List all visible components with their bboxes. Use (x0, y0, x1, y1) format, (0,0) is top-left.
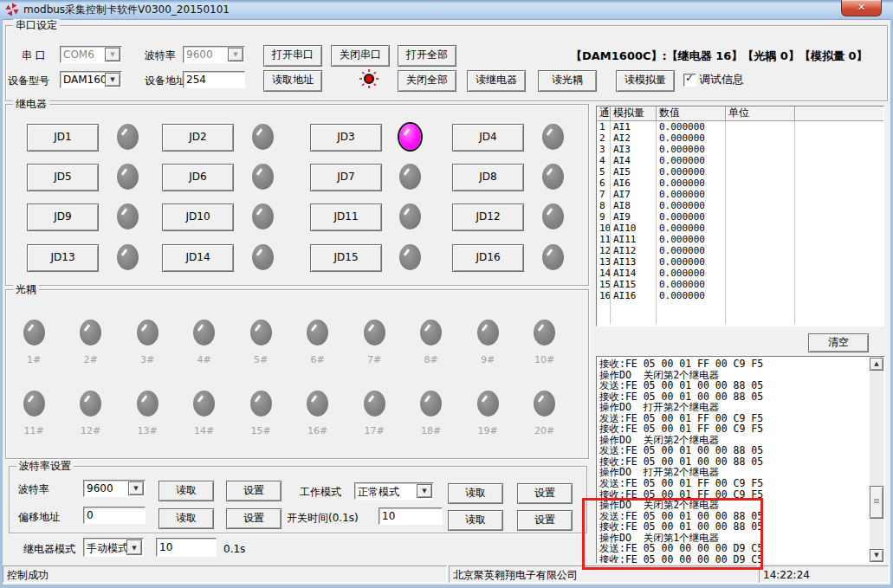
analog-row-7[interactable]: 7AI70.000000 (597, 189, 883, 200)
analog-col-header-5[interactable] (795, 107, 883, 121)
analog-col-header-4[interactable]: 单位 (726, 107, 795, 121)
baud-dropdown-button[interactable]: ▼ (228, 48, 243, 61)
read-opto-button[interactable]: 读光耦 (538, 70, 597, 92)
relay-button-jd13[interactable]: JD13 (27, 244, 99, 272)
relay-button-jd15[interactable]: JD15 (310, 244, 382, 272)
baud2-select[interactable]: 9600 ▼ (83, 480, 146, 497)
read-addr-button[interactable]: 读取地址 (263, 70, 322, 92)
relay-mode-dropdown-button[interactable]: ▼ (126, 540, 142, 555)
offset-set-button[interactable]: 设置 (226, 508, 281, 529)
relay-button-jd8[interactable]: JD8 (452, 164, 524, 191)
offset-read-button[interactable]: 读取 (159, 508, 214, 529)
relay-button-jd2[interactable]: JD2 (162, 124, 234, 152)
serial-port-select[interactable]: COM6 ▼ (60, 46, 122, 63)
window-border-left (0, 19, 3, 585)
scroll-down-button[interactable]: ▼ (870, 549, 883, 562)
relay-button-jd6[interactable]: JD6 (162, 164, 234, 191)
chevron-down-icon: ▼ (106, 74, 120, 87)
offset-input[interactable] (83, 507, 146, 524)
relay-button-jd11[interactable]: JD11 (310, 204, 382, 231)
scroll-up-button[interactable]: ▲ (870, 358, 883, 371)
table-cell (795, 132, 883, 144)
analog-row-1[interactable]: 1AI10.000000 (597, 121, 883, 132)
title-bar[interactable]: modbus采集控制卡软件V0300_20150101 ✕ (0, 0, 893, 20)
analog-row-14[interactable]: 14AI140.000000 (597, 268, 883, 279)
close-all-button[interactable]: 关闭全部 (398, 70, 456, 92)
close-button[interactable]: ✕ (841, 0, 882, 16)
baud-select[interactable]: 9600 ▼ (183, 46, 245, 63)
table-cell: 0.000000 (657, 166, 726, 178)
relay-button-jd7[interactable]: JD7 (310, 164, 382, 191)
relay-button-jd10[interactable]: JD10 (162, 204, 234, 231)
open-serial-button[interactable]: 打开串口 (263, 45, 322, 67)
read-analog-button[interactable]: 读模拟量 (616, 70, 675, 92)
read-relay-button[interactable]: 读继电器 (467, 70, 526, 92)
device-model-dropdown-button[interactable]: ▼ (105, 73, 120, 87)
baud2-dropdown-button[interactable]: ▼ (128, 481, 144, 495)
opto-label-16: 16# (289, 425, 346, 436)
serial-port-value: COM6 (63, 48, 94, 61)
device-model-select[interactable]: DAM1600C ▼ (60, 71, 122, 88)
table-cell: 0.000000 (657, 155, 726, 166)
serial-port-dropdown-button[interactable]: ▼ (105, 48, 120, 61)
opto-label-11: 11# (6, 425, 62, 436)
analog-row-4[interactable]: 4AI40.000000 (597, 155, 883, 166)
device-addr-input[interactable] (183, 71, 245, 88)
analog-row-9[interactable]: 9AI90.000000 (597, 211, 883, 223)
analog-row-13[interactable]: 13AI130.000000 (597, 256, 883, 268)
table-cell: 7 (597, 189, 611, 200)
relay-mode-time-input[interactable] (156, 538, 217, 557)
analog-row-2[interactable]: 2AI20.000000 (597, 132, 883, 144)
table-cell (726, 245, 795, 256)
relay-button-jd12[interactable]: JD12 (452, 204, 524, 231)
opto-led-13 (137, 391, 159, 417)
debug-info-checkbox[interactable]: ✓ (683, 74, 696, 87)
analog-col-header-3[interactable]: 数值 (657, 107, 726, 121)
analog-row-16[interactable]: 16AI160.000000 (597, 290, 883, 301)
clear-log-button[interactable]: 清空 (808, 333, 869, 352)
switch-time-read-button[interactable]: 读取 (448, 510, 503, 531)
work-mode-read-button[interactable]: 读取 (448, 483, 503, 504)
work-mode-select[interactable]: 正常模式 ▼ (354, 482, 434, 500)
switch-time-input[interactable] (379, 507, 443, 525)
baud-settings-group: 波特率设置 波特率 9600 ▼ 读取 设置 工作模式 正常模式 ▼ 读取 设置… (9, 466, 587, 533)
relay-button-jd9[interactable]: JD9 (27, 204, 99, 231)
relay-mode-select[interactable]: 手动模式 ▼ (83, 538, 144, 557)
relay-button-jd14[interactable]: JD14 (162, 244, 234, 272)
opto-led-6 (307, 320, 328, 346)
table-cell (795, 234, 883, 245)
log-scrollbar[interactable]: ▲ ▼ (870, 358, 883, 562)
relay-led-3 (399, 124, 421, 150)
analog-row-15[interactable]: 15AI150.000000 (597, 279, 883, 290)
baud-set-button[interactable]: 设置 (226, 481, 281, 501)
scroll-thumb[interactable] (870, 486, 883, 519)
work-mode-dropdown-button[interactable]: ▼ (417, 484, 432, 498)
analog-row-10[interactable]: 10AI100.000000 (597, 223, 883, 234)
analog-row-empty[interactable] (597, 313, 883, 324)
analog-row-5[interactable]: 5AI50.000000 (597, 166, 883, 178)
relay-button-jd5[interactable]: JD5 (27, 164, 99, 191)
analog-col-header-2[interactable]: 模拟量 (611, 107, 657, 121)
switch-time-set-button[interactable]: 设置 (517, 510, 573, 531)
log-area[interactable]: 接收:FE 05 00 01 FF 00 C9 F5 操作DO 关闭第2个继电器… (596, 356, 885, 564)
relay-button-jd3[interactable]: JD3 (310, 124, 382, 152)
window-title: modbus采集控制卡软件V0300_20150101 (23, 3, 230, 17)
baud-read-button[interactable]: 读取 (159, 481, 214, 501)
opto-led-7 (364, 320, 385, 346)
work-mode-value: 正常模式 (358, 485, 399, 500)
analog-row-12[interactable]: 12AI120.000000 (597, 245, 883, 256)
analog-row-8[interactable]: 8AI80.000000 (597, 200, 883, 211)
analog-col-header-1[interactable]: 通 (597, 107, 611, 121)
table-cell (726, 301, 795, 313)
open-all-button[interactable]: 打开全部 (398, 45, 456, 67)
relay-button-jd4[interactable]: JD4 (452, 124, 524, 152)
relay-button-jd1[interactable]: JD1 (27, 124, 99, 152)
work-mode-set-button[interactable]: 设置 (517, 483, 573, 504)
analog-row-6[interactable]: 6AI60.000000 (597, 178, 883, 189)
chevron-down-icon: ▼ (106, 48, 120, 61)
close-serial-button[interactable]: 关闭串口 (331, 45, 390, 67)
analog-row-empty[interactable] (597, 301, 883, 313)
analog-row-3[interactable]: 3AI30.000000 (597, 144, 883, 155)
relay-button-jd16[interactable]: JD16 (452, 244, 524, 272)
analog-row-11[interactable]: 11AI110.000000 (597, 234, 883, 245)
